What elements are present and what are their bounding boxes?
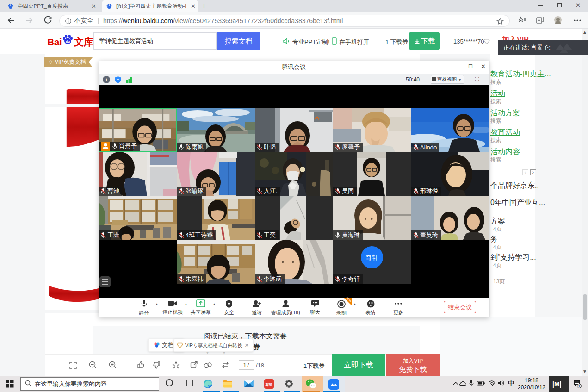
svg-text:du: du xyxy=(66,39,70,44)
svg-text:1: 1 xyxy=(578,384,581,388)
svg-text:有道: 有道 xyxy=(265,383,273,387)
